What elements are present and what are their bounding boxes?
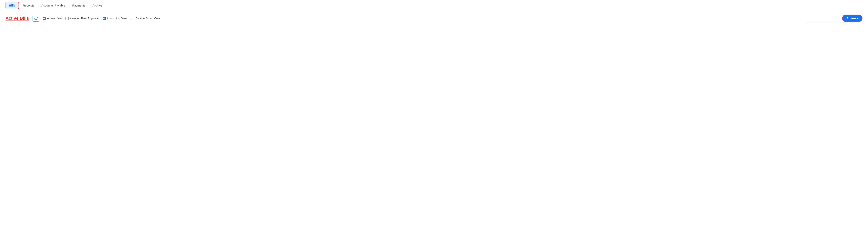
action-button[interactable]: Action ▾ <box>842 14 863 22</box>
filter-accounting-view[interactable]: Accounting View <box>102 17 127 20</box>
refresh-button[interactable] <box>33 15 39 22</box>
chevron-down-icon: ▾ <box>857 17 858 20</box>
action-button-label: Action <box>846 16 856 20</box>
filter-awaiting-final-approval-label: Awaiting Final Approval <box>70 17 98 20</box>
active-bills-title[interactable]: Active Bills <box>5 16 29 21</box>
action-dropdown-container: Action ▾ Manually add a bill <box>842 14 863 22</box>
nav-item-bills[interactable]: Bills <box>5 2 19 9</box>
checkbox-accounting-view[interactable] <box>102 17 106 20</box>
filter-admin-view-label: Admin View <box>47 17 62 20</box>
toolbar: Active Bills Admin View Awaiting Final A… <box>0 11 868 24</box>
filter-accounting-view-label: Accounting View <box>107 17 127 20</box>
nav-bar: Bills Receipts Accounts Payable Payments… <box>0 0 868 11</box>
filter-awaiting-final-approval[interactable]: Awaiting Final Approval <box>65 17 98 20</box>
nav-item-accounts-payable[interactable]: Accounts Payable <box>38 2 68 9</box>
checkbox-awaiting-final-approval[interactable] <box>65 17 69 20</box>
nav-item-payments[interactable]: Payments <box>69 2 89 9</box>
refresh-icon <box>34 16 38 20</box>
checkbox-admin-view[interactable] <box>43 17 46 20</box>
checkbox-disable-group-view[interactable] <box>131 17 134 20</box>
filter-disable-group-view-label: Disable Group View <box>135 17 160 20</box>
nav-item-archive[interactable]: Archive <box>89 2 105 9</box>
nav-item-receipts[interactable]: Receipts <box>20 2 37 9</box>
filter-disable-group-view[interactable]: Disable Group View <box>131 17 160 20</box>
filter-group: Admin View Awaiting Final Approval Accou… <box>43 17 839 20</box>
filter-admin-view[interactable]: Admin View <box>43 17 62 20</box>
action-dropdown-menu: Manually add a bill Import from QuickBoo… <box>807 23 863 24</box>
